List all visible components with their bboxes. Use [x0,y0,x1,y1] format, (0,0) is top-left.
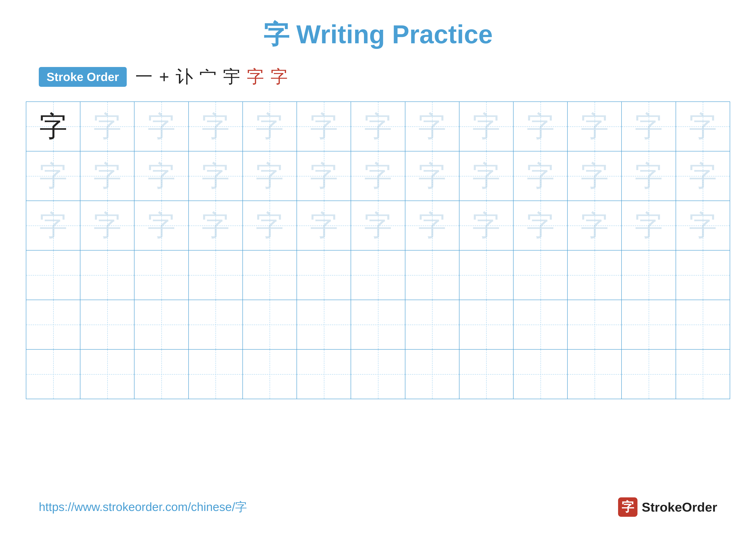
grid-cell[interactable] [80,349,134,399]
grid-cell[interactable]: 字 [459,151,513,201]
grid-cell[interactable]: 字 [134,151,188,201]
grid-cell[interactable] [567,349,622,399]
grid-cell[interactable] [297,250,351,300]
grid-cell[interactable]: 字 [243,151,297,201]
char-faint: 字 [635,111,663,142]
grid-cell[interactable]: 字 [134,102,188,151]
grid-cell[interactable]: 字 [459,201,513,250]
grid-cell[interactable]: 字 [459,102,513,151]
grid-cell[interactable] [80,300,134,349]
grid-cell[interactable] [513,349,567,399]
grid-cell[interactable]: 字 [513,201,567,250]
char-faint: 字 [202,111,230,142]
grid-cell[interactable]: 字 [567,201,622,250]
grid-cell[interactable]: 字 [297,102,351,151]
grid-cell[interactable]: 字 [26,151,80,201]
grid-cell[interactable] [622,300,676,349]
grid-cell[interactable] [567,300,622,349]
grid-cell[interactable] [297,300,351,349]
char-faint: 字 [418,161,446,191]
stroke-order-section: Stroke Order 一 + 讣 宀 宇 字 字 [0,61,756,93]
char-faint: 字 [635,210,663,241]
char-faint: 字 [418,210,446,241]
grid-cell[interactable] [134,300,188,349]
grid-cell[interactable] [243,300,297,349]
table-row [26,250,730,300]
grid-cell[interactable]: 字 [676,151,730,201]
grid-cell[interactable] [134,349,188,399]
grid-cell[interactable]: 字 [567,151,622,201]
grid-cell[interactable] [189,250,243,300]
grid-cell[interactable]: 字 [297,151,351,201]
grid-cell[interactable]: 字 [80,102,134,151]
grid-cell[interactable] [297,349,351,399]
grid-cell[interactable]: 字 [243,201,297,250]
grid-cell[interactable]: 字 [405,201,459,250]
practice-grid-wrapper: 字 字 字 字 字 字 字 字 字 字 字 字 字 字 字 字 字 字 字 字 … [0,101,756,399]
char-faint: 字 [364,161,392,191]
grid-cell[interactable]: 字 [134,201,188,250]
grid-cell[interactable]: 字 [80,151,134,201]
char-faint: 字 [472,111,500,142]
grid-cell[interactable] [351,300,405,349]
grid-cell[interactable] [243,250,297,300]
grid-cell[interactable]: 字 [622,102,676,151]
footer-url[interactable]: https://www.strokeorder.com/chinese/字 [39,499,247,515]
grid-cell[interactable]: 字 [622,201,676,250]
char-solid: 字 [39,111,67,142]
grid-cell[interactable] [351,250,405,300]
grid-cell[interactable]: 字 [243,102,297,151]
grid-cell[interactable]: 字 [405,102,459,151]
grid-cell[interactable]: 字 [26,201,80,250]
char-faint: 字 [256,111,284,142]
grid-cell[interactable] [405,349,459,399]
grid-cell[interactable] [189,300,243,349]
stroke-4: 宀 [199,65,217,89]
char-faint: 字 [580,111,608,142]
grid-cell[interactable] [243,349,297,399]
grid-cell[interactable] [513,250,567,300]
grid-cell[interactable]: 字 [351,201,405,250]
grid-cell[interactable]: 字 [405,151,459,201]
stroke-order-badge: Stroke Order [39,67,127,87]
char-faint: 字 [689,161,717,191]
char-faint: 字 [148,161,176,191]
grid-cell[interactable]: 字 [676,102,730,151]
grid-cell[interactable] [567,250,622,300]
grid-cell[interactable]: 字 [80,201,134,250]
grid-cell[interactable] [622,250,676,300]
grid-cell[interactable]: 字 [351,151,405,201]
grid-cell[interactable] [459,349,513,399]
grid-cell[interactable]: 字 [189,151,243,201]
grid-cell[interactable] [26,250,80,300]
grid-cell[interactable]: 字 [189,102,243,151]
grid-cell[interactable] [622,349,676,399]
grid-cell[interactable] [513,300,567,349]
grid-cell[interactable]: 字 [351,102,405,151]
grid-cell[interactable]: 字 [567,102,622,151]
brand-icon: 字 [618,497,637,517]
grid-cell[interactable] [676,250,730,300]
grid-cell[interactable] [676,300,730,349]
grid-cell[interactable] [676,349,730,399]
grid-cell[interactable] [459,300,513,349]
char-faint: 字 [256,161,284,191]
grid-cell[interactable] [189,349,243,399]
grid-cell[interactable] [80,250,134,300]
char-faint: 字 [148,210,176,241]
grid-cell[interactable] [134,250,188,300]
grid-cell[interactable]: 字 [513,102,567,151]
grid-cell[interactable]: 字 [26,102,80,151]
grid-cell[interactable] [26,349,80,399]
grid-cell[interactable] [26,300,80,349]
grid-cell[interactable] [351,349,405,399]
grid-cell[interactable]: 字 [297,201,351,250]
grid-cell[interactable] [459,250,513,300]
grid-cell[interactable] [405,300,459,349]
char-faint: 字 [310,161,338,191]
grid-cell[interactable]: 字 [676,201,730,250]
grid-cell[interactable] [405,250,459,300]
grid-cell[interactable]: 字 [622,151,676,201]
grid-cell[interactable]: 字 [513,151,567,201]
grid-cell[interactable]: 字 [189,201,243,250]
